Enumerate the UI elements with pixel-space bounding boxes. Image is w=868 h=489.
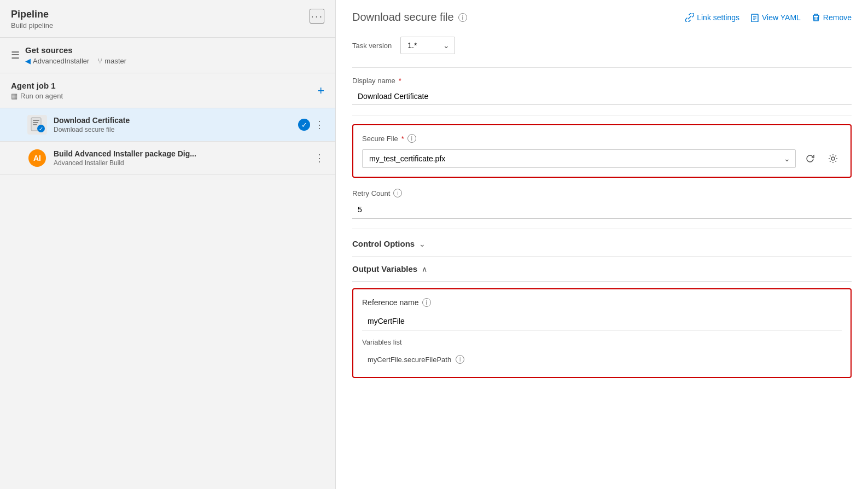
retry-count-label: Retry Count i: [352, 189, 852, 197]
task-build-ai-subtitle: Advanced Installer Build: [54, 159, 308, 167]
svg-text:✓: ✓: [39, 126, 43, 132]
agent-subtitle-text: Run on agent: [20, 92, 63, 100]
svg-rect-1: [33, 120, 39, 121]
task-build-ai-actions: ⋮: [314, 152, 324, 164]
svg-rect-2: [33, 122, 38, 123]
secure-file-label-text: Secure File: [362, 135, 398, 143]
output-variables-content: Reference name i Variables list myCertFi…: [352, 288, 852, 378]
build-ai-icon: AI: [27, 148, 47, 168]
hamburger-icon: ☰: [11, 49, 20, 61]
divider-3: [352, 229, 852, 229]
reference-name-info-icon[interactable]: i: [422, 298, 431, 307]
agent-job-title: Agent job 1: [11, 81, 63, 90]
retry-count-row: Retry Count i: [352, 189, 852, 219]
variable-item: myCertFile.secureFilePath i: [362, 351, 842, 368]
settings-button[interactable]: [824, 150, 842, 167]
agent-job-header: Agent job 1 ▦ Run on agent +: [0, 73, 335, 108]
right-actions: Link settings View YAML Remove: [685, 13, 852, 22]
secure-file-row: my_test_certificate.pfx ⌄: [362, 149, 842, 168]
version-select-wrapper: 1.* 0.* ⌄: [400, 37, 455, 54]
retry-count-info-icon[interactable]: i: [393, 189, 402, 197]
task-version-label: Task version: [352, 42, 392, 50]
svg-rect-3: [33, 124, 37, 125]
right-panel: Download secure file i Link settings Vie…: [336, 0, 868, 489]
remove-button[interactable]: Remove: [812, 13, 852, 22]
download-cert-icon: ✓: [27, 115, 47, 135]
title-info-icon[interactable]: i: [458, 13, 467, 22]
retry-count-label-text: Retry Count: [352, 189, 390, 197]
link-icon: [685, 13, 694, 22]
remove-label: Remove: [823, 13, 852, 22]
refresh-icon: [805, 154, 815, 164]
svg-point-12: [831, 157, 835, 160]
display-name-row: Display name *: [352, 77, 852, 105]
secure-file-select[interactable]: my_test_certificate.pfx: [362, 149, 796, 168]
control-options-chevron: ⌄: [419, 240, 426, 248]
task-check-icon: ✓: [298, 119, 310, 131]
reference-name-label-text: Reference name: [362, 298, 419, 307]
reference-name-label-row: Reference name i: [362, 298, 842, 307]
svg-text:AI: AI: [33, 154, 41, 162]
variables-list-label: Variables list: [362, 338, 842, 346]
view-yaml-button[interactable]: View YAML: [750, 13, 801, 22]
get-sources-info: Get sources ◀ AdvancedInstaller ⑂ master: [25, 45, 126, 65]
secure-file-required: *: [401, 135, 404, 143]
pipeline-more-button[interactable]: ···: [310, 9, 324, 24]
repo-meta: ◀ AdvancedInstaller: [25, 57, 89, 65]
agent-job-info: Agent job 1 ▦ Run on agent: [11, 81, 63, 100]
display-name-input[interactable]: [352, 88, 852, 105]
variable-info-icon[interactable]: i: [456, 355, 464, 364]
branch-meta: ⑂ master: [98, 57, 126, 65]
version-select[interactable]: 1.* 0.*: [400, 37, 455, 54]
task-build-ai-info: Build Advanced Installer package Dig... …: [54, 149, 308, 167]
task-download-cert-title: Download Certificate: [54, 116, 292, 125]
task-download-cert-actions: ✓ ⋮: [298, 119, 324, 131]
divider-1: [352, 67, 852, 68]
cert-svg-icon: ✓: [29, 117, 45, 133]
yaml-icon: [750, 13, 759, 22]
task-build-more-button[interactable]: ⋮: [314, 152, 324, 164]
link-settings-button[interactable]: Link settings: [685, 13, 739, 22]
secure-file-label: Secure File * i: [362, 134, 842, 143]
agent-icon: ▦: [11, 92, 18, 100]
pipeline-title: Pipeline: [11, 9, 53, 20]
output-variables-section[interactable]: Output Variables ∧: [352, 257, 852, 282]
reference-name-input[interactable]: [362, 312, 842, 330]
task-download-cert-info: Download Certificate Download secure fil…: [54, 116, 292, 133]
task-download-cert-subtitle: Download secure file: [54, 126, 292, 133]
pipeline-header: Pipeline Build pipeline ···: [0, 0, 335, 38]
secure-file-info-icon[interactable]: i: [407, 134, 416, 143]
secure-file-section: Secure File * i my_test_certificate.pfx …: [352, 124, 852, 178]
control-options-section[interactable]: Control Options ⌄: [352, 231, 852, 257]
task-item-build-ai[interactable]: AI Build Advanced Installer package Dig.…: [0, 142, 335, 175]
output-variables-title: Output Variables: [352, 264, 417, 273]
task-more-button[interactable]: ⋮: [314, 119, 324, 131]
task-version-row: Task version 1.* 0.* ⌄: [352, 37, 852, 54]
output-variables-chevron: ∧: [422, 265, 427, 273]
divider-2: [352, 115, 852, 115]
refresh-button[interactable]: [801, 150, 819, 167]
repo-icon: ◀: [25, 57, 31, 65]
repo-name: AdvancedInstaller: [33, 57, 89, 65]
settings-icon: [828, 154, 838, 164]
display-name-required: *: [399, 77, 401, 85]
task-item-download-cert[interactable]: ✓ Download Certificate Download secure f…: [0, 108, 335, 142]
left-panel: Pipeline Build pipeline ··· ☰ Get source…: [0, 0, 336, 489]
secure-file-select-wrap: my_test_certificate.pfx ⌄: [362, 149, 796, 168]
agent-job-subtitle: ▦ Run on agent: [11, 92, 63, 100]
display-name-label-text: Display name: [352, 77, 395, 85]
pipeline-info: Pipeline Build pipeline: [11, 9, 53, 30]
pipeline-subtitle: Build pipeline: [11, 21, 53, 30]
variable-name: myCertFile.secureFilePath: [368, 356, 451, 364]
right-header: Download secure file i Link settings Vie…: [352, 11, 852, 24]
trash-icon: [812, 13, 820, 22]
retry-count-input[interactable]: [352, 201, 852, 219]
right-title: Download secure file i: [352, 11, 467, 24]
ai-svg-icon: AI: [27, 148, 47, 168]
control-options-title: Control Options: [352, 239, 415, 248]
add-task-button[interactable]: +: [317, 84, 324, 98]
right-title-text: Download secure file: [352, 11, 454, 24]
display-name-label: Display name *: [352, 77, 852, 85]
link-settings-label: Link settings: [697, 13, 739, 22]
get-sources-meta: ◀ AdvancedInstaller ⑂ master: [25, 57, 126, 65]
